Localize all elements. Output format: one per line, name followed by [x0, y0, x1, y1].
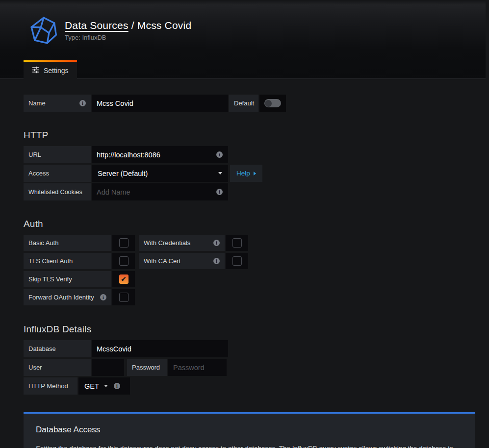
- chevron-right-icon: [254, 172, 256, 175]
- default-toggle[interactable]: [259, 95, 286, 112]
- with-credentials-checkbox-cell: ✔: [226, 235, 248, 251]
- help-button[interactable]: Help: [230, 165, 262, 182]
- datasource-type-subtitle: Type: InfluxDB: [65, 34, 191, 41]
- breadcrumb-current: Mcss Covid: [137, 20, 192, 31]
- with-credentials-checkbox[interactable]: ✔: [232, 238, 242, 248]
- with-ca-cert-info-icon[interactable]: i: [213, 258, 220, 264]
- with-ca-cert-checkbox-cell: ✔: [226, 253, 248, 269]
- breadcrumb-datasources-link[interactable]: Data Sources: [65, 20, 129, 31]
- tab-bar: Settings: [24, 60, 77, 79]
- http-method-select[interactable]: GET i: [78, 377, 130, 395]
- url-row: URL i: [24, 146, 465, 163]
- database-input[interactable]: [92, 340, 228, 357]
- forward-oauth-checkbox-cell: ✔: [112, 289, 135, 305]
- forward-oauth-checkbox[interactable]: ✔: [119, 293, 129, 302]
- access-select[interactable]: Server (Default): [92, 165, 228, 182]
- whitelisted-cookies-input[interactable]: [92, 183, 228, 200]
- page-title: Data Sources / Mcss Covid: [65, 20, 191, 31]
- password-input[interactable]: [168, 359, 227, 376]
- name-row: Name i Default: [24, 95, 465, 112]
- auth-row-3: Skip TLS Verify ✔: [24, 271, 465, 287]
- tab-settings[interactable]: Settings: [24, 60, 77, 79]
- access-selected-value: Server (Default): [98, 170, 148, 177]
- default-label: Default: [229, 95, 258, 112]
- forward-oauth-info-icon[interactable]: i: [100, 294, 106, 300]
- influxdb-details-title: InfluxDB Details: [24, 324, 465, 335]
- name-info-icon[interactable]: i: [79, 100, 86, 106]
- access-row: Access Server (Default) Help: [24, 165, 465, 182]
- skip-tls-verify-label: Skip TLS Verify: [24, 271, 111, 287]
- http-method-info-icon[interactable]: i: [114, 383, 120, 389]
- auth-section-title: Auth: [24, 219, 465, 229]
- basic-auth-checkbox[interactable]: ✔: [119, 238, 129, 248]
- auth-row-1: Basic Auth ✔ With Credentials i ✔: [24, 235, 465, 251]
- http-method-label: HTTP Method: [24, 377, 77, 395]
- with-credentials-info-icon[interactable]: i: [213, 240, 220, 246]
- http-method-row: HTTP Method GET i: [24, 377, 465, 395]
- influxdb-logo-icon: [29, 16, 58, 45]
- user-password-row: User Password: [24, 359, 465, 376]
- user-label: User: [24, 359, 91, 376]
- basic-auth-label: Basic Auth: [24, 235, 111, 251]
- whitelisted-cookies-row: Whitelisted Cookies i: [24, 183, 465, 200]
- user-input[interactable]: [92, 359, 124, 376]
- database-label: Database: [24, 340, 91, 357]
- tls-client-auth-checkbox-cell: ✔: [112, 253, 135, 269]
- name-label: Name i: [24, 95, 91, 112]
- skip-tls-verify-checkbox-cell: ✔: [112, 271, 135, 287]
- settings-form: Name i Default HTTP URL i Access Serv: [0, 79, 465, 448]
- breadcrumb-separator: /: [131, 20, 134, 31]
- chevron-down-icon: [218, 172, 222, 174]
- http-method-selected-value: GET: [84, 382, 99, 390]
- chevron-down-icon: [104, 385, 108, 387]
- toggle-pill: [264, 99, 281, 107]
- with-ca-cert-checkbox[interactable]: ✔: [232, 256, 242, 266]
- access-label: Access: [24, 165, 91, 182]
- cookies-info-icon[interactable]: i: [216, 189, 223, 195]
- database-row: Database: [24, 340, 465, 357]
- url-info-icon[interactable]: i: [216, 151, 223, 158]
- toggle-knob: [265, 100, 272, 107]
- auth-row-4: Forward OAuth Identity i ✔: [24, 289, 465, 305]
- tls-client-auth-checkbox[interactable]: ✔: [119, 256, 129, 266]
- password-label: Password: [127, 359, 167, 376]
- name-input[interactable]: [92, 95, 228, 112]
- info-box-text: Setting the database for this datasource…: [36, 443, 463, 448]
- basic-auth-checkbox-cell: ✔: [112, 235, 135, 251]
- whitelisted-cookies-label: Whitelisted Cookies: [24, 183, 91, 200]
- tab-settings-label: Settings: [44, 67, 69, 75]
- http-section-title: HTTP: [24, 130, 465, 141]
- info-box-title: Database Access: [36, 425, 463, 435]
- skip-tls-verify-checkbox[interactable]: ✔: [119, 274, 129, 284]
- with-ca-cert-label: With CA Cert i: [139, 253, 225, 269]
- auth-row-2: TLS Client Auth ✔ With CA Cert i ✔: [24, 253, 465, 269]
- database-access-info-box: Database Access Setting the database for…: [24, 412, 475, 448]
- url-label: URL: [24, 146, 91, 163]
- forward-oauth-identity-label: Forward OAuth Identity i: [24, 289, 111, 305]
- url-input[interactable]: [92, 146, 228, 163]
- tls-client-auth-label: TLS Client Auth: [24, 253, 111, 269]
- page-header: Data Sources / Mcss Covid Type: InfluxDB…: [0, 0, 486, 79]
- with-credentials-label: With Credentials i: [139, 235, 225, 251]
- sliders-icon: [32, 66, 39, 75]
